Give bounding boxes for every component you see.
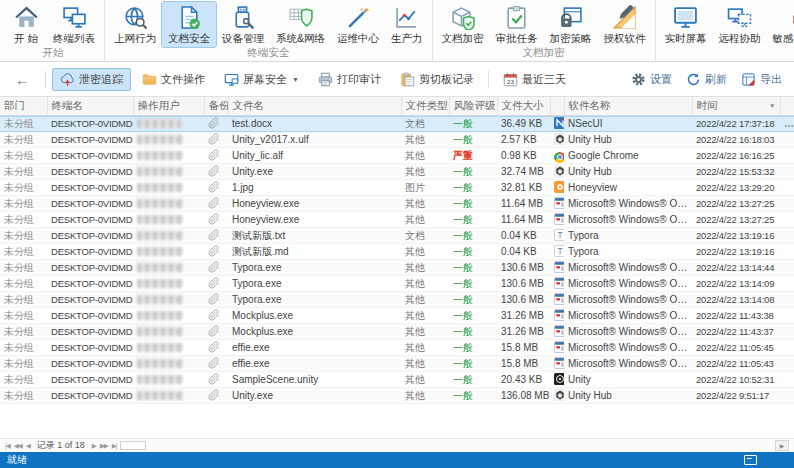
ribbon-button-web-behavior[interactable]: 上网行为 xyxy=(108,2,162,47)
ribbon-button-label: 上网行为 xyxy=(114,32,156,46)
cell-department: 未分组 xyxy=(0,387,47,403)
app-windows xyxy=(554,325,564,337)
table-row[interactable]: 未分组DESKTOP-0VIDMDJTypora.exe其他一般130.6 MB… xyxy=(0,259,794,275)
live-screen-icon xyxy=(673,5,698,30)
ribbon-button-approval-task[interactable]: 审批任务 xyxy=(490,2,544,47)
column-header[interactable]: 风险评级 xyxy=(449,97,497,115)
table-row[interactable]: 未分组DESKTOP-0VIDMDJHoneyview.exe其他一般11.64… xyxy=(0,195,794,211)
ribbon-button-encrypt-policy[interactable]: 加密策略 xyxy=(544,2,598,47)
ribbon-button-ops-center[interactable]: 运维中心 xyxy=(331,2,385,47)
app-windows xyxy=(554,277,564,289)
ribbon-button-doc-encrypt[interactable]: 文档加密 xyxy=(436,2,490,47)
screen-monitor-icon[interactable] xyxy=(744,455,757,465)
column-header[interactable]: 文件名 xyxy=(228,97,401,115)
toolbar-button-leak-trace[interactable]: 泄密追踪 xyxy=(52,68,131,91)
first-page-icon[interactable]: |◀ xyxy=(5,442,10,450)
column-header[interactable]: 终端名 xyxy=(47,97,133,115)
cell-app-icon xyxy=(550,291,564,307)
column-header[interactable] xyxy=(780,97,794,115)
column-header[interactable]: 软件名称 xyxy=(564,97,692,115)
ribbon: 开 始终端列表开始上网行为文档安全设备管理系统&网络运维中心生产力终端安全文档加… xyxy=(0,0,794,62)
toolbar-datefilter: 23最近三天 xyxy=(495,68,574,91)
ribbon-button-productivity[interactable]: 生产力 xyxy=(385,2,429,47)
cell-operator xyxy=(133,275,204,291)
ribbon-button-doc-security[interactable]: 文档安全 xyxy=(162,2,216,47)
table-row[interactable]: 未分组DESKTOP-0VIDMDJHoneyview.exe其他一般11.64… xyxy=(0,211,794,227)
toolbar-button-settings-gear[interactable]: 设置 xyxy=(625,68,678,91)
toolbar-button-screen-security[interactable]: 屏幕安全▼ xyxy=(216,68,307,91)
toolbar-button-label: 刷新 xyxy=(705,72,727,87)
last-page-icon[interactable]: ▶| xyxy=(112,442,117,450)
table-row[interactable]: 未分组DESKTOP-0VIDMDJUnity.exe其他一般32.74 MBU… xyxy=(0,163,794,179)
toolbar-button-clipboard-record[interactable]: 剪切板记录 xyxy=(392,68,482,91)
cell-backup xyxy=(204,275,228,291)
toolbar-button-refresh[interactable]: 刷新 xyxy=(680,68,733,91)
next-page-icon[interactable]: ▶ xyxy=(92,442,96,450)
table-row[interactable]: 未分组DESKTOP-0VIDMDJTypora.exe其他一般130.6 MB… xyxy=(0,291,794,307)
ribbon-group: 开 始终端列表开始 xyxy=(2,0,105,61)
toolbar-button-export[interactable]: 导出 xyxy=(735,68,788,91)
toolbar-button-label: 泄密追踪 xyxy=(79,72,123,87)
cell-department: 未分组 xyxy=(0,355,47,371)
table-row[interactable]: 未分组DESKTOP-0VIDMDJUnity.exe其他一般136.08 MB… xyxy=(0,387,794,403)
cell-filetype: 其他 xyxy=(401,163,449,179)
column-header[interactable]: 操作用户 xyxy=(133,97,204,115)
cell-more xyxy=(780,179,794,195)
cell-filename: 测试新版.md xyxy=(228,243,401,259)
table-row[interactable]: 未分组DESKTOP-0VIDMDJ测试新版.txt文档一般0.04 KBTTy… xyxy=(0,227,794,243)
column-header[interactable]: 时间▼ xyxy=(692,97,780,115)
cell-operator xyxy=(133,339,204,355)
ribbon-button-terminal-list[interactable]: 终端列表 xyxy=(47,2,101,47)
cell-department: 未分组 xyxy=(0,115,47,131)
table-row[interactable]: 未分组DESKTOP-0VIDMDJ测试新版.md其他一般0.04 KBTTyp… xyxy=(0,243,794,259)
column-header[interactable]: 文件大小 xyxy=(497,97,550,115)
operator-redacted xyxy=(137,167,183,176)
remote-assist-icon xyxy=(727,5,752,30)
ribbon-button-system-network[interactable]: 系统&网络 xyxy=(270,2,331,47)
cell-terminal: DESKTOP-0VIDMDJ xyxy=(47,307,133,323)
ribbon-button-device-mgmt[interactable]: 设备管理 xyxy=(216,2,270,47)
export-icon xyxy=(741,72,756,87)
back-button[interactable]: ← xyxy=(6,71,39,88)
cell-backup xyxy=(204,339,228,355)
fast-prev-icon[interactable]: ◀◀ xyxy=(14,442,22,450)
ribbon-button-live-screen[interactable]: 实时屏幕 xyxy=(659,2,713,47)
cell-filename: SampleScene.unity xyxy=(228,371,401,387)
table-row[interactable]: 未分组DESKTOP-0VIDMDJtest.docx文档一般36.49 KBN… xyxy=(0,115,794,131)
toolbar-button-label: 导出 xyxy=(760,72,782,87)
cell-filesize: 0.04 KB xyxy=(497,243,550,259)
cell-backup xyxy=(204,323,228,339)
encrypt-policy-icon xyxy=(558,5,583,30)
more-button[interactable]: … xyxy=(784,118,794,129)
scroll-right-icon[interactable]: ▶ xyxy=(775,440,789,451)
table-row[interactable]: 未分组DESKTOP-0VIDMDJ1.jpg图片一般32.81 KBHoney… xyxy=(0,179,794,195)
ribbon-button-licensed-software[interactable]: 授权软件 xyxy=(598,2,652,47)
file-table: 部门终端名操作用户备份文件名文件类型风险评级文件大小软件名称时间▼ 未分组DES… xyxy=(0,96,794,404)
table-row[interactable]: 未分组DESKTOP-0VIDMDJTypora.exe其他一般130.6 MB… xyxy=(0,275,794,291)
table-row[interactable]: 未分组DESKTOP-0VIDMDJUnity_lic.alf其他严重0.98 … xyxy=(0,147,794,163)
cell-filename: Mockplus.exe xyxy=(228,323,401,339)
toolbar-button-calendar[interactable]: 23最近三天 xyxy=(495,68,574,91)
table-row[interactable]: 未分组DESKTOP-0VIDMDJMockplus.exe其他一般31.26 … xyxy=(0,323,794,339)
toolbar-button-print-audit[interactable]: 打印审计 xyxy=(310,68,389,91)
column-header[interactable]: 备份 xyxy=(204,97,228,115)
cell-app-name: Microsoft® Windows® Oper... xyxy=(564,195,692,211)
table-row[interactable]: 未分组DESKTOP-0VIDMDJeffie.exe其他一般15.8 MBMi… xyxy=(0,339,794,355)
cell-terminal: DESKTOP-0VIDMDJ xyxy=(47,163,133,179)
cell-backup xyxy=(204,211,228,227)
column-header[interactable]: 文件类型 xyxy=(401,97,449,115)
prev-page-icon[interactable]: ◀ xyxy=(26,442,30,450)
toolbar-button-file-ops[interactable]: 文件操作 xyxy=(134,68,213,91)
calendar-icon: 23 xyxy=(503,72,518,87)
fast-next-icon[interactable]: ▶▶ xyxy=(100,442,108,450)
ribbon-button-home[interactable]: 开 始 xyxy=(5,2,47,47)
table-row[interactable]: 未分组DESKTOP-0VIDMDJMockplus.exe其他一般31.26 … xyxy=(0,307,794,323)
page-input[interactable] xyxy=(120,441,146,450)
table-row[interactable]: 未分组DESKTOP-0VIDMDJeffie.exe其他一般15.8 MBMi… xyxy=(0,355,794,371)
column-header[interactable]: 部门 xyxy=(0,97,47,115)
table-row[interactable]: 未分组DESKTOP-0VIDMDJUnity_v2017.x.ulf其他一般2… xyxy=(0,131,794,147)
ribbon-button-sensitive-scan[interactable]: 敏感内容扫描 xyxy=(767,2,794,47)
ribbon-button-remote-assist[interactable]: 远程协助 xyxy=(713,2,767,47)
column-header[interactable] xyxy=(550,97,564,115)
table-row[interactable]: 未分组DESKTOP-0VIDMDJSampleScene.unity其他一般2… xyxy=(0,371,794,387)
